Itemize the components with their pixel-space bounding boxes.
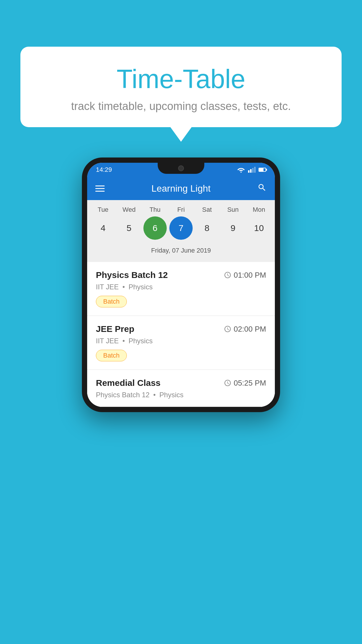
event-3-title: Remedial Class [96,378,161,388]
status-time: 14:29 [96,166,112,174]
calendar-days-header: Tue Wed Thu Fri Sat Sun Mon [90,206,272,214]
event-item-jee-prep[interactable]: JEE Prep 02:00 PM IIT JEE • Physics Batc… [87,316,275,370]
event-2-badge: Batch [96,350,127,361]
date-10[interactable]: 10 [247,216,270,240]
clock-icon-3 [224,379,231,387]
app-bar-title: Learning Light [152,183,211,194]
event-3-subtitle: Physics Batch 12 • Physics [96,391,266,399]
phone-notch [158,163,204,174]
battery-icon [259,168,266,172]
day-mon: Mon [247,206,270,214]
speech-bubble-card: Time-Table track timetable, upcoming cla… [20,47,342,127]
date-7-selected[interactable]: 7 [169,216,193,240]
day-wed: Wed [117,206,141,214]
selected-date-label: Friday, 07 June 2019 [90,244,272,259]
event-1-badge: Batch [96,296,127,307]
wifi-icon [237,167,245,173]
search-icon[interactable] [257,183,267,194]
calendar-section: Tue Wed Thu Fri Sat Sun Mon 4 5 6 7 8 9 … [87,200,275,262]
camera-cutout [178,165,184,171]
date-8[interactable]: 8 [195,216,219,240]
event-item-physics-batch-12[interactable]: Physics Batch 12 01:00 PM IIT JEE • Phys… [87,262,275,316]
event-2-title: JEE Prep [96,324,134,334]
event-1-time: 01:00 PM [224,271,266,280]
events-list: Physics Batch 12 01:00 PM IIT JEE • Phys… [87,262,275,407]
status-icons [237,167,266,173]
day-tue: Tue [92,206,115,214]
event-2-subtitle: IIT JEE • Physics [96,337,266,345]
event-2-header: JEE Prep 02:00 PM [96,324,266,334]
app-bar: Learning Light [87,177,275,200]
event-2-time: 02:00 PM [224,325,266,334]
event-1-header: Physics Batch 12 01:00 PM [96,270,266,280]
signal-icon [248,167,256,173]
hamburger-menu-button[interactable] [95,186,105,192]
svg-point-0 [240,172,242,173]
date-9[interactable]: 9 [221,216,245,240]
phone-outer-shell: 14:29 [82,158,280,412]
event-item-remedial-class[interactable]: Remedial Class 05:25 PM Physics Batch 12… [87,370,275,407]
event-1-subtitle: IIT JEE • Physics [96,283,266,291]
day-fri: Fri [169,206,193,214]
phone-screen: 14:29 [87,163,275,407]
date-5[interactable]: 5 [117,216,141,240]
clock-icon-1 [224,271,231,279]
bubble-subtitle: track timetable, upcoming classes, tests… [32,100,330,113]
day-thu: Thu [143,206,167,214]
day-sun: Sun [221,206,245,214]
event-1-title: Physics Batch 12 [96,270,168,280]
date-6-today[interactable]: 6 [143,216,167,240]
clock-icon-2 [224,325,231,333]
day-sat: Sat [195,206,219,214]
phone-mockup: 14:29 [82,158,280,412]
event-3-time: 05:25 PM [224,379,266,388]
date-4[interactable]: 4 [92,216,115,240]
calendar-dates: 4 5 6 7 8 9 10 [90,216,272,240]
event-3-header: Remedial Class 05:25 PM [96,378,266,388]
bubble-title: Time-Table [32,64,330,94]
